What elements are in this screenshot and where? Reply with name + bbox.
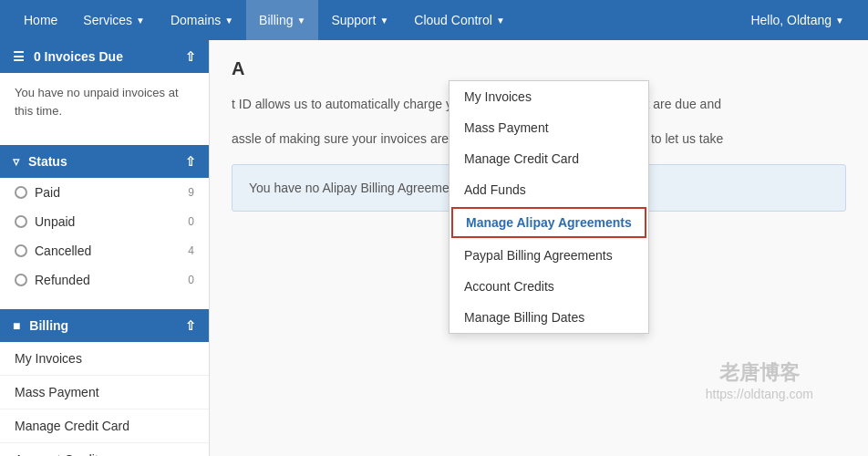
chevron-down-icon: ▼ <box>496 16 505 26</box>
billing-header: ■ Billing ⇧ <box>0 309 209 342</box>
dropdown-manage-billing-dates[interactable]: Manage Billing Dates <box>450 302 648 333</box>
status-refunded[interactable]: Refunded 0 <box>0 265 209 295</box>
chevron-up-icon[interactable]: ⇧ <box>185 154 196 169</box>
billing-dropdown-menu: My Invoices Mass Payment Manage Credit C… <box>449 80 649 334</box>
chevron-up-icon[interactable]: ⇧ <box>185 49 196 64</box>
sidebar: ☰ 0 Invoices Due ⇧ You have no unpaid in… <box>0 40 210 456</box>
dropdown-manage-credit-card[interactable]: Manage Credit Card <box>450 143 648 174</box>
content-title: A <box>232 58 846 79</box>
watermark: 老唐博客 https://oldtang.com <box>706 359 813 401</box>
dropdown-add-funds[interactable]: Add Funds <box>450 174 648 205</box>
status-unpaid[interactable]: Unpaid 0 <box>0 207 209 236</box>
radio-refunded[interactable] <box>15 274 27 286</box>
radio-unpaid[interactable] <box>15 215 27 228</box>
radio-cancelled[interactable] <box>15 244 27 257</box>
chevron-down-icon: ▼ <box>379 16 388 26</box>
sidebar-my-invoices[interactable]: My Invoices <box>0 342 209 376</box>
dropdown-my-invoices[interactable]: My Invoices <box>450 81 648 112</box>
chevron-down-icon: ▼ <box>835 16 844 26</box>
chevron-down-icon: ▼ <box>224 16 233 26</box>
radio-paid[interactable] <box>15 186 27 199</box>
billing-nav-icon: ■ <box>13 318 20 333</box>
nav-cloud-control[interactable]: Cloud Control ▼ <box>401 0 518 40</box>
chevron-up-icon[interactable]: ⇧ <box>185 318 196 333</box>
sidebar-manage-credit-card[interactable]: Manage Credit Card <box>0 409 209 443</box>
chevron-down-icon: ▼ <box>136 16 145 26</box>
main-content: A t ID allows us to automatically charge… <box>210 40 868 456</box>
billing-icon: ☰ <box>13 49 25 64</box>
status-paid[interactable]: Paid 9 <box>0 178 209 207</box>
filter-icon: ▿ <box>13 154 19 169</box>
nav-home[interactable]: Home <box>11 0 70 40</box>
dropdown-paypal-billing[interactable]: Paypal Billing Agreements <box>450 240 648 271</box>
invoices-info: You have no unpaid invoices at this time… <box>0 73 209 130</box>
status-cancelled[interactable]: Cancelled 4 <box>0 236 209 265</box>
dropdown-account-credits[interactable]: Account Credits <box>450 271 648 302</box>
sidebar-mass-payment[interactable]: Mass Payment <box>0 376 209 409</box>
watermark-line1: 老唐博客 <box>706 359 813 387</box>
user-menu[interactable]: Hello, Oldtang ▼ <box>738 0 857 40</box>
dropdown-mass-payment[interactable]: Mass Payment <box>450 112 648 143</box>
nav-domains[interactable]: Domains ▼ <box>158 0 246 40</box>
dropdown-manage-alipay[interactable]: Manage Alipay Agreements <box>451 207 646 238</box>
navbar: Home Services ▼ Domains ▼ Billing ▼ Supp… <box>0 0 868 40</box>
chevron-down-icon: ▼ <box>296 16 305 26</box>
nav-services[interactable]: Services ▼ <box>70 0 158 40</box>
invoices-due-header: ☰ 0 Invoices Due ⇧ <box>0 40 209 73</box>
nav-billing[interactable]: Billing ▼ <box>246 0 318 40</box>
main-layout: ☰ 0 Invoices Due ⇧ You have no unpaid in… <box>0 40 868 456</box>
sidebar-account-credits[interactable]: Account Credits <box>0 443 209 456</box>
nav-support[interactable]: Support ▼ <box>318 0 401 40</box>
status-header: ▿ Status ⇧ <box>0 145 209 178</box>
watermark-line2: https://oldtang.com <box>706 387 813 401</box>
